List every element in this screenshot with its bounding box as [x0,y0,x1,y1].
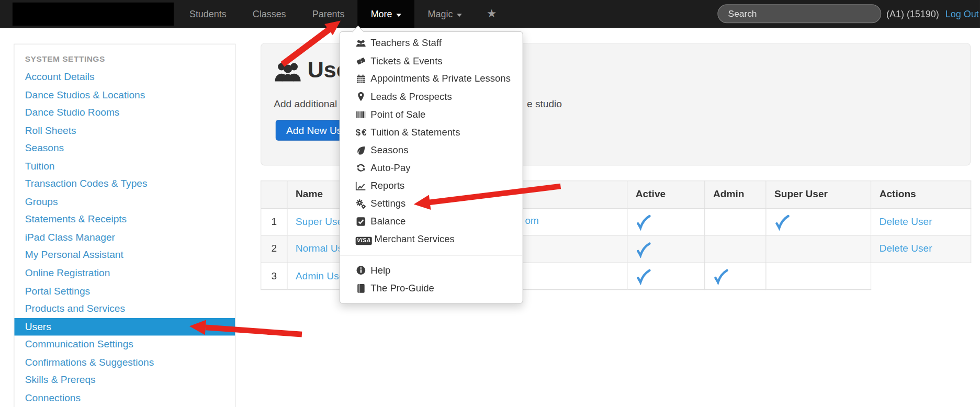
menu-item-tickets-events[interactable]: Tickets & Events [340,52,523,70]
gears-icon [356,195,371,213]
users-icon [273,58,302,87]
row-number: 3 [261,263,287,290]
header-actions: Actions [871,181,971,208]
account-id-label: (A1) (15190) [886,9,939,19]
super-user-cell [766,208,871,235]
menu-item-appointments[interactable]: Appointments & Private Lessons [340,70,523,88]
menu-item-label: Reports [370,180,404,190]
intro-text-left-fragment: Add additional [274,99,337,110]
menu-item-reports[interactable]: Reports [340,177,523,195]
sidebar-item-tuition[interactable]: Tuition [14,157,235,175]
logo-redacted [13,3,174,26]
chevron-down-icon [457,14,463,17]
row-number: 2 [261,235,287,263]
menu-item-label: Point of Sale [370,109,425,119]
menu-item-leads-prospects[interactable]: Leads & Prospects [340,88,523,106]
chevron-down-icon [397,14,402,17]
search-input[interactable] [717,4,881,23]
sidebar-item-confirmations-suggestions[interactable]: Confirmations & Suggestions [14,354,235,371]
sidebar-item-statements-receipts[interactable]: Statements & Receipts [14,211,235,229]
menu-item-label: Balance [370,216,405,227]
visa-icon: VISA [356,231,375,249]
sidebar-item-online-registration[interactable]: Online Registration [14,264,235,282]
sidebar-item-transaction-codes[interactable]: Transaction Codes & Types [14,175,235,193]
nav-item-magic-label: Magic [428,9,453,19]
menu-item-seasons[interactable]: Seasons [340,141,523,159]
menu-item-label: Tickets & Events [370,55,442,66]
sidebar-heading: SYSTEM SETTINGS [25,54,105,64]
check-icon [636,241,652,258]
sidebar-item-users[interactable]: Users [14,318,235,336]
star-icon[interactable]: ★ [475,0,508,28]
row-number: 1 [261,208,287,235]
active-cell [627,263,705,290]
nav-item-magic[interactable]: Magic [415,0,476,28]
menu-item-label: Merchant Services [375,234,455,244]
nav-account-area: (A1) (15190) Log Out [886,0,979,28]
admin-cell [705,263,766,290]
top-nav-bar: Students Classes Parents More Magic ★ (A… [0,0,980,28]
header-super-user: Super User [766,181,871,208]
dollar-euro-icon: $ € [356,124,371,142]
menu-item-merchant-services[interactable]: VISAMerchant Services [340,231,523,248]
delete-user-link[interactable]: Delete User [880,243,932,254]
visa-badge-text: VISA [356,236,372,245]
admin-cell [705,235,766,263]
admin-cell [705,208,766,235]
menu-item-label: Teachers & Staff [370,38,442,48]
check-icon [774,214,791,231]
check-icon [636,214,652,231]
nav-items: Students Classes Parents More Magic ★ [176,0,508,28]
barcode-icon [356,106,371,124]
leaf-icon [356,142,371,160]
actions-cell [766,263,871,290]
sidebar-item-ipad-class-manager[interactable]: iPad Class Manager [14,229,235,246]
sidebar-item-groups[interactable]: Groups [14,193,235,211]
sidebar-item-account-details[interactable]: Account Details [14,68,235,86]
nav-item-parents[interactable]: Parents [299,0,358,28]
menu-item-label: Leads & Prospects [370,91,452,101]
active-cell [627,208,705,235]
sidebar-item-portal-settings[interactable]: Portal Settings [14,282,235,300]
sidebar-item-communication-settings[interactable]: Communication Settings [14,336,235,354]
sidebar-item-my-personal-assistant[interactable]: My Personal Assistant [14,246,235,264]
refresh-icon [356,160,371,177]
check-square-icon [356,213,371,231]
logout-link[interactable]: Log Out [945,9,979,19]
nav-item-classes[interactable]: Classes [240,0,299,28]
menu-item-tuition-statements[interactable]: $ €Tuition & Statements [340,123,523,141]
nav-item-more[interactable]: More [358,0,415,28]
more-dropdown-menu: Teachers & Staff Tickets & Events Appoin… [340,31,523,303]
menu-item-label: Settings [370,198,405,209]
sidebar-item-skills-prereqs[interactable]: Skills & Prereqs [14,371,235,389]
menu-item-pro-guide[interactable]: The Pro-Guide [340,279,523,297]
sidebar-item-connections[interactable]: Connections [14,389,235,407]
menu-item-teachers-staff[interactable]: Teachers & Staff [340,35,523,52]
sidebar-item-seasons[interactable]: Seasons [14,140,235,157]
menu-item-label: Tuition & Statements [370,127,460,137]
sidebar-item-products-services[interactable]: Products and Services [14,300,235,318]
menu-item-label: Appointments & Private Lessons [370,73,511,84]
menu-item-point-of-sale[interactable]: Point of Sale [340,106,523,123]
calendar-icon [356,71,371,88]
book-icon [356,280,371,298]
sidebar-item-roll-sheets[interactable]: Roll Sheets [14,121,235,139]
menu-item-help[interactable]: Help [340,262,523,279]
intro-text-right-fragment: e studio [527,99,562,110]
header-index [261,181,287,208]
email-visible-fragment: om [525,215,539,227]
sidebar-item-dance-studio-rooms[interactable]: Dance Studio Rooms [14,104,235,121]
nav-item-students[interactable]: Students [176,0,240,28]
menu-item-balance[interactable]: Balance [340,213,523,231]
menu-item-label: Auto-Pay [370,162,410,173]
header-active: Active [627,181,705,208]
check-icon [636,268,652,285]
sidebar-item-dance-studios-locations[interactable]: Dance Studios & Locations [14,86,235,104]
line-chart-icon [356,177,371,195]
check-icon [713,268,729,285]
user-name-link[interactable]: Super User [296,216,346,227]
header-admin: Admin [705,181,766,208]
delete-user-link[interactable]: Delete User [880,216,932,227]
menu-item-settings[interactable]: Settings [340,195,523,213]
menu-item-auto-pay[interactable]: Auto-Pay [340,159,523,177]
